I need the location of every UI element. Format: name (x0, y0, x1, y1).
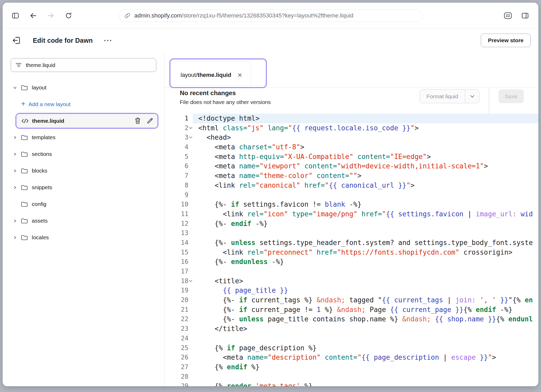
code-line[interactable]: <head> (193, 133, 538, 142)
line-number: 15 (165, 248, 193, 257)
code-line[interactable]: {% if page_description %} (193, 343, 538, 353)
format-liquid-button[interactable]: Format liquid (420, 89, 480, 103)
line-number: 29 (165, 381, 193, 386)
search-input[interactable] (26, 62, 152, 68)
sidebar-item-blocks[interactable]: blocks (3, 162, 164, 179)
code-line[interactable]: {%- if current_page != 1 %} &ndash; Page… (193, 305, 538, 315)
sidebar-right-icon[interactable] (519, 10, 531, 22)
code-file-icon (21, 118, 29, 124)
sidebar-item-sections[interactable]: sections (3, 146, 164, 162)
code-line[interactable]: <link rel="canonical" href="{{ canonical… (193, 181, 538, 190)
sidebar-item-config[interactable]: config (3, 196, 164, 212)
code-line[interactable]: <link rel="preconnect" href="https://fon… (193, 248, 538, 257)
tab-bar: layout/theme.liquid × (165, 52, 538, 88)
sidebar-item-label: theme.liquid (32, 118, 64, 124)
code-line[interactable]: <meta name="viewport" content="width=dev… (193, 161, 538, 171)
line-number-gutter: 1234567891011121314151617181920212223242… (165, 114, 193, 386)
line-number: 13 (165, 228, 193, 238)
line-number: 5 (165, 152, 193, 162)
sidebar-item-snippets[interactable]: snippets (3, 179, 164, 196)
sidebar-item-label: Add a new layout (28, 101, 70, 107)
sidebar-item-templates[interactable]: templates (3, 129, 164, 146)
code-area[interactable]: <!doctype html><html class="js" lang="{{… (193, 114, 538, 386)
code-line[interactable]: {% render 'meta-tags' %} (193, 381, 538, 386)
line-number: 17 (165, 267, 193, 276)
code-line[interactable] (193, 228, 538, 238)
folder-icon (21, 235, 30, 241)
back-icon[interactable] (27, 10, 39, 22)
code-line[interactable]: {%- unless page_title contains shop.name… (193, 314, 538, 324)
file-tree: layout+Add a new layouttheme.liquidtempl… (3, 79, 164, 246)
browser-chrome: admin.shopify.com/store/rzq1xu-f5/themes… (3, 3, 538, 29)
code-line[interactable]: <link rel="icon" type="image/png" href="… (193, 209, 538, 219)
line-number: 10 (165, 200, 193, 209)
url-bar[interactable]: admin.shopify.com/store/rzq1xu-f5/themes… (119, 9, 422, 22)
sidebar-item-label: snippets (32, 184, 52, 191)
sidebar-toggle-icon[interactable] (9, 10, 21, 22)
fold-chevron-icon[interactable] (189, 126, 192, 129)
tab-label: layout/theme.liquid (181, 72, 231, 78)
folder-icon (21, 185, 30, 191)
line-number: 24 (165, 334, 193, 343)
code-editor[interactable]: 1234567891011121314151617181920212223242… (165, 114, 538, 386)
code-line[interactable]: <title> (193, 276, 538, 286)
code-line[interactable]: {%- endif -%} (193, 219, 538, 229)
reload-icon[interactable] (63, 10, 75, 22)
exit-icon[interactable] (10, 34, 22, 46)
file-search-box[interactable] (11, 58, 156, 72)
forward-icon[interactable] (45, 10, 57, 22)
code-line[interactable]: <meta name="theme-color" content=""> (193, 171, 538, 181)
line-number: 25 (165, 343, 193, 353)
delete-icon[interactable] (134, 117, 141, 124)
url-text: admin.shopify.com/store/rzq1xu-f5/themes… (134, 12, 353, 19)
chevron-right-icon (13, 152, 21, 156)
folder-icon (21, 85, 30, 91)
code-line[interactable] (193, 372, 538, 382)
code-line[interactable]: {%- endunless -%} (193, 257, 538, 267)
line-number: 11 (165, 209, 193, 219)
sidebar-item-assets[interactable]: assets (3, 212, 164, 229)
save-button[interactable]: Save (499, 89, 524, 103)
chevron-right-icon (13, 236, 21, 240)
browser-window: admin.shopify.com/store/rzq1xu-f5/themes… (3, 3, 538, 386)
line-number: 26 (165, 353, 193, 362)
code-line[interactable]: <html class="js" lang="{{ request.locale… (193, 123, 538, 133)
folder-icon (21, 134, 30, 140)
code-line[interactable]: </title> (193, 324, 538, 334)
fold-chevron-icon[interactable] (189, 135, 192, 139)
code-line[interactable] (193, 334, 538, 343)
sidebar-item-theme-liquid[interactable]: theme.liquid (16, 114, 157, 128)
editor-toolbar: No recent changes File does not have any… (165, 88, 538, 114)
code-line[interactable]: <meta name="description" content="{{ pag… (193, 353, 538, 362)
edit-icon[interactable] (147, 118, 153, 124)
code-line[interactable] (193, 190, 538, 200)
code-line[interactable]: <meta charset="utf-8"> (193, 142, 538, 152)
code-line[interactable]: <!doctype html> (193, 114, 538, 123)
close-icon[interactable]: × (237, 71, 242, 79)
sidebar-item-locales[interactable]: locales (3, 229, 164, 246)
add-new-layout-link[interactable]: +Add a new layout (3, 96, 164, 113)
chevron-right-icon (13, 136, 21, 139)
code-line[interactable] (193, 267, 538, 276)
line-number: 27 (165, 362, 193, 372)
plus-icon: + (21, 100, 25, 107)
toolbar-divider (489, 88, 489, 114)
code-line[interactable]: {%- if settings.favicon != blank -%} (193, 200, 538, 209)
sidebar-item-layout[interactable]: layout (3, 79, 164, 96)
code-line[interactable]: {{ page_title }} (193, 286, 538, 295)
line-number: 14 (165, 238, 193, 248)
line-number: 21 (165, 305, 193, 315)
code-line[interactable]: {% endif %} (193, 362, 538, 372)
line-number: 8 (165, 181, 193, 190)
fold-chevron-icon[interactable] (189, 279, 192, 282)
extensions-icon[interactable] (502, 10, 514, 22)
sidebar-item-label: assets (32, 218, 48, 224)
more-menu-icon[interactable] (104, 40, 111, 41)
code-line[interactable]: <meta http-equiv="X-UA-Compatible" conte… (193, 152, 538, 162)
tab-theme-liquid[interactable]: layout/theme.liquid × (171, 62, 251, 88)
code-line[interactable]: {%- unless settings.type_header_font.sys… (193, 238, 538, 248)
code-line[interactable]: {%- if current_tags %} &ndash; tagged "{… (193, 295, 538, 305)
sidebar-item-label: layout (32, 84, 46, 91)
chevron-down-icon[interactable] (465, 90, 479, 103)
preview-store-button[interactable]: Preview store (481, 34, 531, 47)
